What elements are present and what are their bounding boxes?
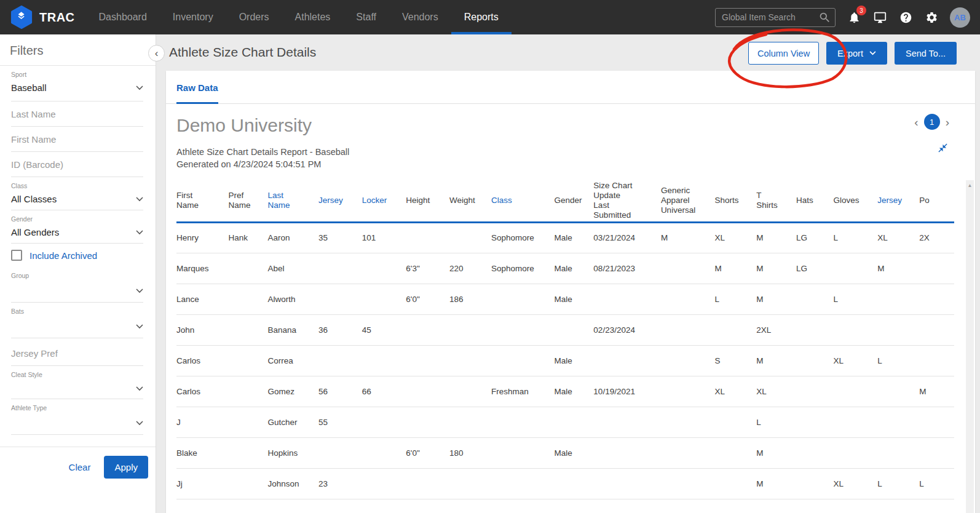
column-header[interactable]: Gender <box>554 180 593 222</box>
nav-item-reports[interactable]: Reports <box>451 0 512 34</box>
table-cell <box>661 253 715 284</box>
last-name-input[interactable]: Last Name <box>11 101 143 126</box>
column-header[interactable]: Generic Apparel Universal <box>661 180 715 222</box>
table-cell: LG <box>796 253 833 284</box>
settings-gear-icon[interactable] <box>924 10 939 25</box>
nav-item-vendors[interactable]: Vendors <box>389 0 451 34</box>
clear-filters-link[interactable]: Clear <box>69 462 91 472</box>
column-header[interactable]: Jersey <box>318 180 362 222</box>
first-name-filter[interactable]: First Name <box>11 127 143 152</box>
user-avatar[interactable]: AB <box>950 7 970 28</box>
table-cell <box>834 376 878 407</box>
bats-label: Bats <box>11 303 143 315</box>
sport-filter[interactable]: Sport Baseball <box>11 66 143 101</box>
report-card: Raw Data Demo University Athlete Size Ch… <box>166 71 975 513</box>
include-archived-checkbox[interactable] <box>11 250 22 261</box>
global-search-input[interactable] <box>715 8 836 27</box>
column-header-label: Shorts <box>714 196 738 205</box>
jersey-pref-filter[interactable]: Jersey Pref <box>11 341 143 366</box>
global-search <box>715 8 836 27</box>
table-cell <box>877 376 919 407</box>
id-barcode-filter[interactable]: ID (Barcode) <box>11 152 143 177</box>
nav-item-orders[interactable]: Orders <box>226 0 282 34</box>
column-header[interactable]: Gloves <box>834 180 878 222</box>
brand-name: TRAC <box>39 10 75 25</box>
column-header[interactable]: Weight <box>449 180 491 222</box>
table-cell <box>834 437 878 468</box>
first-name-input[interactable]: First Name <box>11 127 143 151</box>
column-header-label: Jersey <box>877 196 902 205</box>
table-cell: XL <box>714 222 756 253</box>
collapse-report-icon[interactable] <box>938 143 948 153</box>
table-row: JjJohnson23MXLLL <box>176 468 954 499</box>
apply-filters-button[interactable]: Apply <box>104 456 148 479</box>
table-row: JGutcher55L <box>176 407 954 437</box>
table-cell <box>593 284 661 314</box>
jersey-pref-input[interactable]: Jersey Pref <box>11 341 143 365</box>
column-view-button[interactable]: Column View <box>748 42 819 65</box>
table-cell <box>834 253 878 284</box>
id-barcode-input[interactable]: ID (Barcode) <box>11 152 143 177</box>
column-header[interactable]: Last Name <box>267 180 318 222</box>
table-scrollbar[interactable]: ▲ <box>966 180 974 513</box>
column-header-label: Pref Name <box>229 191 251 210</box>
column-header[interactable]: Shorts <box>714 180 756 222</box>
table-cell: Abel <box>267 253 318 284</box>
display-monitor-icon[interactable] <box>872 10 887 25</box>
tab-raw-data[interactable]: Raw Data <box>176 71 218 104</box>
export-button[interactable]: Export <box>826 42 887 65</box>
app-logo[interactable]: TRAC <box>0 6 86 29</box>
table-cell: Blake <box>176 437 229 468</box>
column-header[interactable]: Jersey <box>877 180 919 222</box>
table-cell <box>491 345 554 376</box>
notifications-bell-icon[interactable]: 3 <box>847 10 861 25</box>
table-cell: 6'3" <box>406 253 449 284</box>
nav-item-dashboard[interactable]: Dashboard <box>86 0 160 34</box>
nav-item-staff[interactable]: Staff <box>343 0 389 34</box>
back-button[interactable]: ‹ <box>148 45 165 62</box>
table-cell: Male <box>554 222 593 253</box>
table-cell: Gutcher <box>267 407 318 437</box>
page-prev-icon[interactable]: ‹ <box>914 116 918 128</box>
bats-filter[interactable]: Bats <box>11 303 143 338</box>
table-cell: Sophomore <box>491 222 554 253</box>
column-header[interactable]: Locker <box>362 180 406 222</box>
table-cell <box>362 468 406 499</box>
group-filter[interactable]: Group <box>11 267 143 303</box>
gender-filter[interactable]: Gender All Genders <box>11 210 143 244</box>
table-cell <box>554 407 593 437</box>
send-to-button[interactable]: Send To... <box>895 42 957 65</box>
table-cell: 23 <box>318 468 362 499</box>
last-name-filter[interactable]: Last Name <box>11 101 143 127</box>
scroll-up-arrow-icon[interactable]: ▲ <box>966 180 974 188</box>
table-cell: L <box>834 284 878 314</box>
search-icon[interactable] <box>818 11 831 24</box>
column-header[interactable]: T Shirts <box>756 180 796 222</box>
table-cell: XL <box>834 345 878 376</box>
class-filter[interactable]: Class All Classes <box>11 177 143 210</box>
column-header[interactable]: Class <box>491 180 554 222</box>
page-title: Athlete Size Chart Details <box>169 45 316 60</box>
gender-value: All Genders <box>11 227 59 237</box>
page-next-icon[interactable]: › <box>946 116 949 128</box>
table-cell: 101 <box>362 222 406 253</box>
table-cell: 36 <box>318 314 362 345</box>
column-header[interactable]: Hats <box>796 180 833 222</box>
report-generated: Generated on 4/23/2024 5:04:51 PM <box>176 158 975 170</box>
column-header[interactable]: First Name <box>176 180 229 222</box>
nav-item-athletes[interactable]: Athletes <box>282 0 344 34</box>
group-label: Group <box>11 267 143 279</box>
column-header[interactable]: Size Chart Update Last Submitted <box>593 180 661 222</box>
page-number[interactable]: 1 <box>924 114 940 130</box>
help-icon[interactable] <box>898 10 913 25</box>
athlete-type-filter[interactable]: Athlete Type <box>11 399 143 435</box>
column-header[interactable]: Height <box>406 180 449 222</box>
column-header[interactable]: Pref Name <box>229 180 268 222</box>
table-cell <box>491 407 554 437</box>
table-cell: Marques <box>176 253 229 284</box>
table-cell: M <box>714 253 756 284</box>
column-header[interactable]: Po <box>919 180 954 222</box>
include-archived-checkbox-row[interactable]: Include Archived <box>11 244 143 267</box>
cleat-style-filter[interactable]: Cleat Style <box>11 366 143 399</box>
nav-item-inventory[interactable]: Inventory <box>160 0 226 34</box>
